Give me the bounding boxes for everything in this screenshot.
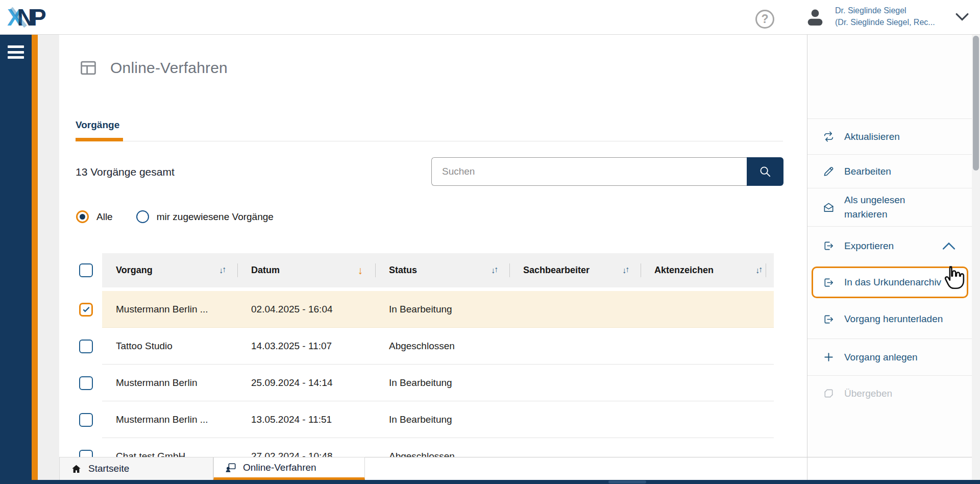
tab-vorgaenge[interactable]: Vorgänge: [76, 119, 119, 131]
sort-icon[interactable]: ↓↑↓: [219, 265, 225, 276]
radio-circle-icon: [136, 210, 149, 223]
cell-datum: 02.04.2025 - 16:04: [237, 304, 375, 315]
export-icon: [823, 313, 835, 325]
user-avatar-icon: [804, 7, 826, 28]
cell-vorgang: Mustermann Berlin ...: [102, 304, 237, 315]
tab-divider: [76, 141, 783, 141]
table-row[interactable]: Mustermann Berlin ... 02.04.2025 - 16:04…: [79, 291, 783, 328]
scrollbar-thumb[interactable]: [973, 36, 979, 171]
sort-icon[interactable]: ↓↑↓: [755, 265, 762, 276]
accent-stripe: [32, 35, 38, 484]
window-layout-icon: [79, 58, 98, 78]
total-count-label: 13 Vorgänge gesamt: [76, 166, 175, 178]
action-panel: Aktualisieren Bearbeiten Als ungelesen m…: [807, 35, 972, 484]
cell-vorgang: Tattoo Studio: [102, 341, 237, 352]
row-checkbox[interactable]: [79, 413, 93, 427]
cell-status: In Bearbeitung: [375, 414, 509, 425]
horizontal-scrollbar-thumb[interactable]: [608, 480, 646, 483]
vorgaenge-table: Vorgang ↓↑↓ Datum ↓↑↓ Status ↓↑↓ Sachbea…: [79, 253, 783, 475]
radio-mir-zugewiesene[interactable]: mir zugewiesene Vorgänge: [136, 210, 274, 223]
cell-vorgang: Mustermann Berlin ...: [102, 414, 237, 425]
radio-circle-icon: [76, 210, 89, 223]
home-icon: [71, 464, 82, 474]
row-checkbox[interactable]: [79, 340, 93, 353]
mail-unread-icon: [823, 202, 835, 213]
cell-datum: 13.05.2024 - 11:51: [237, 414, 375, 425]
page-title: Online-Verfahren: [110, 59, 228, 77]
action-in-das-urkundenarchiv[interactable]: In das Urkundenarchiv: [812, 267, 968, 298]
tab-bar-filler: [365, 457, 972, 480]
hamburger-menu-icon[interactable]: [8, 45, 24, 59]
user-menu[interactable]: Dr. Sieglinde Siegel (Dr. Sieglinde Sieg…: [835, 5, 957, 28]
tab-online-verfahren[interactable]: Online-Verfahren: [213, 457, 365, 480]
row-checkbox[interactable]: [79, 303, 93, 317]
sort-icon[interactable]: ↓↑↓: [358, 264, 363, 277]
column-header-sachbearbeiter[interactable]: Sachbearbeiter ↓↑↓: [509, 265, 641, 276]
action-vorgang-herunterladen[interactable]: Vorgang herunterladen: [807, 300, 972, 338]
action-uebergeben: Übergeben: [807, 375, 972, 411]
cell-status: Abgeschlossen: [375, 341, 509, 352]
user-name: Dr. Sieglinde Siegel: [835, 5, 957, 16]
action-aktualisieren[interactable]: Aktualisieren: [807, 118, 972, 154]
tab-startseite[interactable]: Startseite: [59, 457, 213, 480]
handover-icon: [823, 388, 835, 399]
cell-status: In Bearbeitung: [375, 304, 509, 315]
column-separator: [766, 263, 766, 277]
radio-label: mir zugewiesene Vorgänge: [157, 211, 274, 223]
column-separator: [237, 263, 238, 277]
column-header-aktenzeichen[interactable]: Aktenzeichen ↓↑↓: [641, 265, 774, 276]
table-header: Vorgang ↓↑↓ Datum ↓↑↓ Status ↓↑↓ Sachbea…: [79, 253, 783, 287]
cell-vorgang: Mustermann Berlin: [102, 377, 237, 389]
main-content: Online-Verfahren Vorgänge 13 Vorgänge ge…: [59, 35, 807, 484]
column-separator: [641, 263, 641, 277]
filter-radios: Alle mir zugewiesene Vorgänge: [76, 210, 274, 223]
sort-icon[interactable]: ↓↑↓: [491, 265, 497, 276]
procedure-icon: [225, 462, 236, 473]
question-icon: ?: [761, 12, 768, 26]
pencil-icon: [823, 165, 835, 177]
column-header-status[interactable]: Status ↓↑↓: [375, 265, 509, 276]
export-icon: [823, 240, 835, 252]
radio-alle[interactable]: Alle: [76, 210, 113, 223]
sort-icon[interactable]: ↓↑↓: [622, 265, 628, 276]
table-body: Mustermann Berlin ... 02.04.2025 - 16:04…: [79, 291, 783, 475]
search-button[interactable]: [747, 157, 783, 186]
column-separator: [375, 263, 376, 277]
search-icon: [758, 165, 772, 178]
search-input[interactable]: [431, 157, 747, 186]
cell-datum: 14.03.2025 - 11:07: [237, 341, 375, 352]
action-bearbeiten[interactable]: Bearbeiten: [807, 154, 972, 188]
column-header-datum[interactable]: Datum ↓↑↓: [237, 264, 375, 277]
plus-icon: [823, 351, 835, 363]
action-als-ungelesen-markieren[interactable]: Als ungelesen markieren: [807, 188, 972, 226]
user-detail: (Dr. Sieglinde Siegel, Rec...: [835, 16, 957, 28]
content-gutter: [38, 35, 59, 484]
table-row[interactable]: Mustermann Berlin ... 13.05.2024 - 11:51…: [79, 401, 783, 438]
xnp-logo: XNP: [6, 4, 52, 31]
chevron-up-icon[interactable]: [942, 242, 955, 250]
action-exportieren[interactable]: Exportieren: [807, 226, 972, 265]
cell-status: In Bearbeitung: [375, 377, 509, 389]
vertical-scrollbar[interactable]: [972, 35, 980, 484]
refresh-icon: [823, 131, 835, 142]
left-sidebar: [0, 35, 32, 484]
bottom-tab-bar: Startseite Online-Verfahren: [59, 457, 972, 480]
action-vorgang-anlegen[interactable]: Vorgang anlegen: [807, 338, 972, 375]
export-icon: [823, 277, 835, 288]
top-bar: XNP ? Dr. Sieglinde Siegel (Dr. Sieglind…: [0, 0, 980, 35]
table-row[interactable]: Mustermann Berlin 25.09.2024 - 14:14 In …: [79, 365, 783, 401]
active-tab-underline: [76, 138, 123, 141]
header-checkbox[interactable]: [79, 263, 93, 277]
row-checkbox[interactable]: [79, 376, 93, 390]
column-header-vorgang[interactable]: Vorgang ↓↑↓: [102, 265, 237, 276]
column-separator: [509, 263, 510, 277]
table-row[interactable]: Tattoo Studio 14.03.2025 - 11:07 Abgesch…: [79, 328, 783, 365]
panel-border: [807, 457, 807, 480]
chevron-down-icon[interactable]: [955, 12, 969, 21]
search-bar: [431, 157, 783, 186]
help-button[interactable]: ?: [755, 10, 774, 29]
radio-label: Alle: [96, 211, 113, 223]
bottom-strip: [0, 480, 980, 484]
cell-datum: 25.09.2024 - 14:14: [237, 377, 375, 389]
